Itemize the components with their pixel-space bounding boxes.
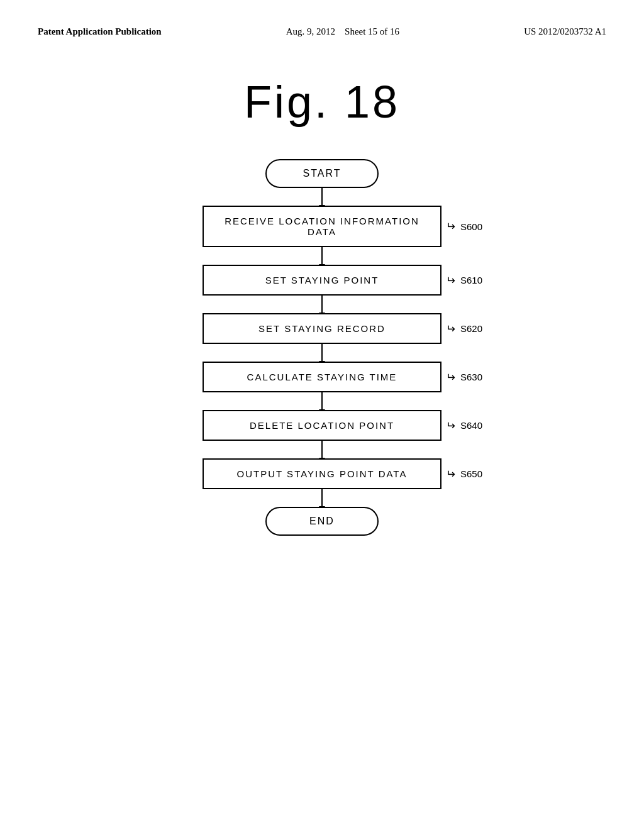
step-label-5: ↵ S650 [446,467,482,481]
step-rect-3: CALCULATE STAYING TIME [203,362,441,392]
step-label-2: ↵ S620 [446,322,482,336]
step-code-1: S610 [460,275,482,285]
header-date: Aug. 9, 2012 [286,26,335,36]
connector-4 [321,392,323,410]
step-code-5: S650 [460,468,482,479]
connector-3 [321,344,323,362]
step-label-3: ↵ S630 [446,370,482,384]
page: Patent Application Publication Aug. 9, 2… [0,0,644,830]
end-terminal: END [265,507,379,536]
step-label-4: ↵ S640 [446,419,482,433]
step-rect-0: RECEIVE LOCATION INFORMATION DATA [203,206,441,247]
step-code-4: S640 [460,420,482,431]
step-row-3: CALCULATE STAYING TIME ↵ S630 [149,362,495,392]
start-terminal-row: START [149,159,495,188]
hook-arrow-5: ↵ [446,467,455,481]
step-rect-1: SET STAYING POINT [203,265,441,296]
step-row-1: SET STAYING POINT ↵ S610 [149,265,495,296]
step-row-5: OUTPUT STAYING POINT DATA ↵ S650 [149,458,495,489]
hook-arrow-1: ↵ [446,274,455,287]
step-code-3: S630 [460,372,482,382]
connector-1 [321,247,323,265]
header: Patent Application Publication Aug. 9, 2… [0,0,644,51]
connector-6 [321,489,323,507]
step-code-2: S620 [460,323,482,334]
header-sheet: Sheet 15 of 16 [345,26,399,36]
connector-0 [321,188,323,206]
figure-title: Fig. 18 [0,76,644,128]
hook-arrow-2: ↵ [446,322,455,336]
connector-5 [321,441,323,458]
hook-arrow-0: ↵ [446,219,455,233]
connector-2 [321,296,323,313]
step-rect-5: OUTPUT STAYING POINT DATA [203,458,441,489]
step-row-0: RECEIVE LOCATION INFORMATION DATA ↵ S600 [149,206,495,247]
header-publication-label: Patent Application Publication [38,25,162,38]
hook-arrow-3: ↵ [446,370,455,384]
step-label-1: ↵ S610 [446,274,482,287]
start-terminal: START [265,159,379,188]
step-row-2: SET STAYING RECORD ↵ S620 [149,313,495,344]
step-label-0: ↵ S600 [446,219,482,233]
header-patent-number: US 2012/0203732 A1 [524,25,606,38]
step-rect-4: DELETE LOCATION POINT [203,410,441,441]
end-terminal-row: END [149,507,495,536]
flowchart: START RECEIVE LOCATION INFORMATION DATA … [0,159,644,536]
header-date-sheet: Aug. 9, 2012 Sheet 15 of 16 [286,25,399,38]
step-code-0: S600 [460,221,482,232]
step-row-4: DELETE LOCATION POINT ↵ S640 [149,410,495,441]
step-rect-2: SET STAYING RECORD [203,313,441,344]
hook-arrow-4: ↵ [446,419,455,433]
